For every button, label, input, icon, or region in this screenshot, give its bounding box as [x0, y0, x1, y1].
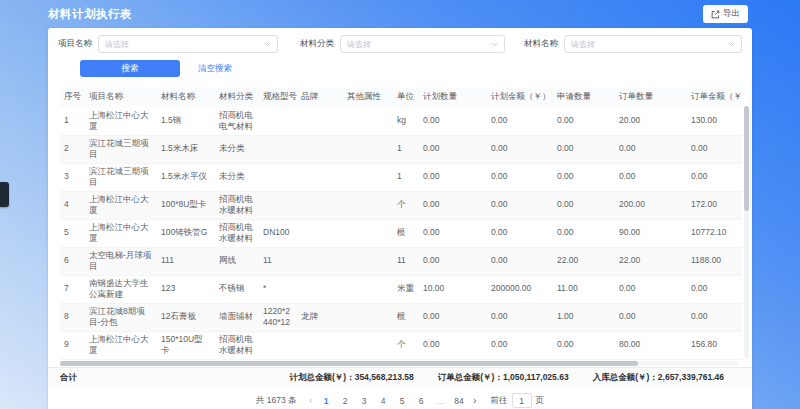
page-button[interactable]: 2: [336, 396, 355, 406]
table-cell: 200.00: [615, 191, 687, 219]
table-cell: 0.00: [553, 107, 615, 135]
table-cell: 0.00: [615, 163, 687, 191]
horizontal-scrollbar[interactable]: [60, 361, 638, 366]
page-button[interactable]: 1: [317, 396, 336, 406]
export-button-label: 导出: [723, 8, 740, 20]
table-cell: [297, 275, 343, 303]
material-name-label: 材料名称: [524, 38, 558, 50]
table-cell: 个: [393, 331, 419, 359]
table-cell: DN100: [259, 219, 297, 247]
main-card: 项目名称 请选择 材料分类 请选择: [48, 28, 752, 409]
page-list: 123456...84: [317, 396, 469, 406]
table-cell: 南钢盛达大学生公寓新建: [85, 275, 157, 303]
table-cell: 上海松江中心大厦: [85, 219, 157, 247]
plan-table: 序号项目名称材料名称材料分类规格型号品牌其他属性单位计划数量计划金额（￥）申请数…: [60, 87, 742, 360]
page-button[interactable]: 3: [355, 396, 374, 406]
table-cell: 0.00: [615, 135, 687, 163]
material-name-placeholder: 请选择: [571, 39, 595, 50]
order-total-amount: 订单总金额(￥)：1,050,117,025.63: [438, 372, 569, 384]
table-cell: 172.00: [687, 191, 742, 219]
table-cell: 0.00: [487, 135, 553, 163]
table-cell: 0.00: [687, 303, 742, 331]
search-button[interactable]: 搜索: [80, 60, 180, 77]
filter-group-material: 材料名称 请选择: [524, 35, 742, 53]
table-cell: [297, 247, 343, 275]
table-cell: [343, 331, 393, 359]
filter-actions: 搜索 清空搜索: [58, 54, 742, 83]
prev-page-button[interactable]: ‹: [305, 396, 317, 406]
goto-label: 前往: [491, 395, 508, 407]
table-cell: 0.00: [553, 163, 615, 191]
table-cell: [343, 219, 393, 247]
table-header-row: 序号项目名称材料名称材料分类规格型号品牌其他属性单位计划数量计划金额（￥）申请数…: [60, 87, 742, 107]
order-total-value: 1,050,117,025.63: [503, 372, 569, 382]
table-cell: 0.00: [553, 135, 615, 163]
table-cell: 111: [157, 247, 215, 275]
export-button[interactable]: 导出: [703, 5, 748, 23]
table-cell: 0.00: [553, 219, 615, 247]
table-cell: 太空电梯-月球项目: [85, 247, 157, 275]
table-cell: 4: [60, 191, 85, 219]
column-header: 项目名称: [85, 87, 157, 107]
table-cell: 0.00: [419, 219, 487, 247]
table-cell: 0.00: [553, 331, 615, 359]
table-cell: 12石膏板: [157, 303, 215, 331]
next-page-button[interactable]: ›: [469, 396, 481, 406]
material-category-select[interactable]: 请选择: [340, 35, 505, 53]
column-header: 订单金额（￥）: [687, 87, 742, 107]
table-cell: 个: [393, 191, 419, 219]
goto-suffix: 页: [536, 395, 545, 407]
table-row: 7南钢盛达大学生公寓新建123不锈钢*米重10.00200000.0011.00…: [60, 275, 742, 303]
table-cell: 123: [157, 275, 215, 303]
table-cell: 0.00: [487, 247, 553, 275]
sidebar-collapse-handle[interactable]: [0, 182, 9, 207]
table-row: 8滨江花城8期项目-分包12石膏板墙面辅材1220*2440*12龙牌根0.00…: [60, 303, 742, 331]
table-cell: 8: [60, 303, 85, 331]
material-name-select[interactable]: 请选择: [564, 35, 742, 53]
table-cell: [297, 135, 343, 163]
page-button[interactable]: 5: [393, 396, 412, 406]
table-cell: 网线: [215, 247, 259, 275]
page-button[interactable]: 84: [450, 396, 469, 406]
clear-search-link[interactable]: 清空搜索: [198, 63, 232, 75]
table-cell: [343, 163, 393, 191]
plan-total-amount: 计划总金额(￥)：354,568,213.58: [289, 372, 413, 384]
table-cell: 1.5钢: [157, 107, 215, 135]
filter-bar: 项目名称 请选择 材料分类 请选择: [48, 28, 752, 83]
page-button[interactable]: 4: [374, 396, 393, 406]
table-row: 1上海松江中心大厦1.5钢招商机电电气材料kg0.000.000.0020.00…: [60, 107, 742, 135]
table-cell: 1188.00: [687, 247, 742, 275]
table-cell: 0.00: [487, 331, 553, 359]
table-cell: 0.00: [419, 107, 487, 135]
table-row: 9上海松江中心大厦150*10U型卡招商机电水暖材料个0.000.000.008…: [60, 331, 742, 359]
page-button[interactable]: 6: [412, 396, 431, 406]
table-cell: 10772.10: [687, 219, 742, 247]
filter-row: 项目名称 请选择 材料分类 请选择: [58, 34, 742, 54]
table-cell: 0.00: [419, 163, 487, 191]
material-category-label: 材料分类: [300, 38, 334, 50]
column-header: 其他属性: [343, 87, 393, 107]
table-cell: 未分类: [215, 163, 259, 191]
table-cell: 130.00: [687, 107, 742, 135]
table-cell: 0.00: [419, 135, 487, 163]
filter-group-project: 项目名称 请选择: [58, 35, 278, 53]
table-cell: 1.5米木床: [157, 135, 215, 163]
table-cell: [259, 191, 297, 219]
goto-page-input[interactable]: [512, 393, 532, 408]
table-cell: 滨江花城8期项目-分包: [85, 303, 157, 331]
table-cell: 6: [60, 247, 85, 275]
table-row: 2滨江花城三期项目1.5米木床未分类10.000.000.000.000.00: [60, 135, 742, 163]
table-cell: 2: [60, 135, 85, 163]
table-cell: 墙面辅材: [215, 303, 259, 331]
vertical-scrollbar-track: [744, 106, 749, 358]
project-name-select[interactable]: 请选择: [98, 35, 278, 53]
table-row: 4上海松江中心大厦100*8U型卡招商机电水暖材料个0.000.000.0020…: [60, 191, 742, 219]
chevron-down-icon: [491, 42, 498, 47]
table-cell: 招商机电电气材料: [215, 107, 259, 135]
table-cell: 10.00: [419, 275, 487, 303]
table-cell: 20.00: [615, 107, 687, 135]
vertical-scrollbar[interactable]: [744, 106, 749, 211]
table-cell: 0.00: [553, 191, 615, 219]
total-count: 共 1673 条: [256, 395, 297, 407]
material-category-placeholder: 请选择: [347, 39, 371, 50]
